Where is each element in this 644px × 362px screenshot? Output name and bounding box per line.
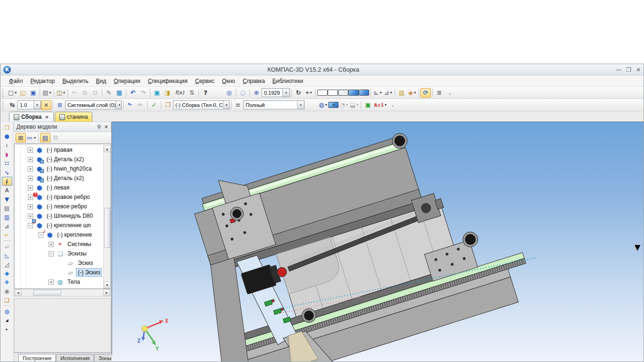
local-part[interactable]: ❏	[2, 296, 12, 304]
vertical-scroll-thumb[interactable]	[104, 208, 110, 248]
sketch-mode[interactable]: ▨	[396, 88, 407, 98]
toolbar-button[interactable]	[161, 101, 161, 109]
tree-item[interactable]: − (-) крепление	[15, 230, 103, 239]
tab-overflow-icon[interactable]: ▼	[635, 243, 640, 252]
layer-combo[interactable]: Системный слой (0)	[65, 100, 122, 109]
model-view[interactable]: X Y Z	[112, 122, 644, 362]
minimize-button[interactable]: —	[616, 66, 621, 73]
toolbar-button[interactable]	[212, 88, 222, 98]
toolbar-button[interactable]	[305, 100, 316, 110]
expand-toggle[interactable]	[59, 261, 64, 266]
offset-plane[interactable]: ▱	[2, 242, 12, 251]
scroll-up-icon[interactable]: ▲	[104, 145, 111, 152]
panel-corner[interactable]: ◢	[2, 316, 12, 325]
view-hidden-thin[interactable]	[338, 90, 348, 96]
tree-item[interactable]: + (-) левое ребро	[15, 202, 103, 211]
menu-item[interactable]: Спецификация	[144, 76, 191, 86]
toolbar-button[interactable]	[53, 101, 53, 109]
copy[interactable]: ⧉	[80, 88, 90, 98]
undo[interactable]: ↶	[128, 88, 138, 98]
angle-plane[interactable]: ◺	[2, 251, 12, 260]
compact-button[interactable]	[3, 305, 11, 306]
spec-editor[interactable]: ▦	[114, 88, 124, 98]
expand-toggle[interactable]: +	[28, 185, 33, 190]
tree-item[interactable]: (-) Эскиз	[15, 268, 103, 277]
coordinate-triad[interactable]: X Y Z	[137, 318, 169, 352]
tree-composition[interactable]: ▤	[40, 133, 50, 142]
tree-section-view[interactable]: ≔	[26, 133, 37, 142]
toolbar-button[interactable]	[67, 89, 68, 97]
expand-toggle[interactable]: +	[28, 176, 33, 181]
sketch-placement[interactable]: ⬑	[125, 100, 135, 110]
toolbar-button[interactable]	[231, 101, 231, 109]
zoom-area[interactable]: ◌	[238, 88, 248, 98]
document-tab[interactable]: станина	[55, 112, 93, 122]
structure-display[interactable]: ≡	[233, 100, 243, 110]
panel-more[interactable]: ▸	[2, 325, 12, 334]
tree-item[interactable]: + Системы	[15, 239, 103, 249]
expand-toggle[interactable]: +	[28, 157, 33, 162]
menu-item[interactable]: Редактор	[27, 76, 59, 86]
expand-toggle[interactable]: +	[49, 280, 54, 285]
menu-item[interactable]: Выделить	[58, 76, 92, 86]
expand-toggle[interactable]: +	[28, 214, 33, 219]
mate[interactable]: ◗	[2, 150, 12, 159]
tree-structure-view[interactable]: ⊞	[16, 133, 26, 142]
layers[interactable]: ≣	[55, 100, 65, 110]
hide-elements[interactable]: ⊿	[383, 88, 393, 98]
tree-item[interactable]: − Эскизы	[15, 249, 103, 258]
normal-plane[interactable]: ◆	[2, 269, 12, 278]
tolerance-dimension[interactable]: A±1	[373, 100, 388, 110]
detail-level-combo[interactable]: Полный	[243, 100, 305, 109]
operations-3d[interactable]: ◈	[407, 88, 417, 98]
toolbar-button[interactable]	[102, 89, 102, 97]
toolbar-button[interactable]	[123, 101, 124, 109]
variables[interactable]: f(x)	[173, 88, 187, 98]
section-display[interactable]: ⬓	[349, 100, 359, 110]
surface[interactable]: ❖	[2, 278, 12, 287]
snaps[interactable]: ⨯	[41, 100, 51, 110]
toolbar-button[interactable]	[361, 101, 361, 109]
document-properties[interactable]: ◨	[162, 88, 173, 98]
tree-item[interactable]: + (-) правая	[15, 145, 103, 155]
pin-icon[interactable]: ⚲	[97, 124, 101, 130]
horizontal-scroll-thumb[interactable]	[33, 290, 61, 296]
redo[interactable]: ↷	[138, 88, 149, 98]
menu-item[interactable]: Окно	[218, 76, 239, 86]
tree-mode-tab[interactable]: Построение	[18, 354, 56, 362]
new-document[interactable]: ▢	[7, 88, 17, 98]
toolbar-button[interactable]	[198, 89, 199, 97]
document-tab[interactable]: Сборка ✕	[9, 112, 54, 122]
zoom-scale-combo[interactable]: 0.1929	[262, 88, 290, 97]
expand-toggle[interactable]: −	[49, 251, 54, 256]
expand-toggle[interactable]	[59, 270, 64, 275]
window-layout[interactable]: ▣	[152, 88, 162, 98]
change-component[interactable]: ❒	[163, 100, 173, 110]
scroll-down-icon[interactable]: ▼	[104, 281, 111, 288]
toolbar-button[interactable]	[371, 89, 371, 97]
view-hidden-removed[interactable]	[328, 90, 338, 96]
spline-3d[interactable]: ≀	[2, 141, 12, 150]
expand-toggle[interactable]: +	[28, 148, 33, 153]
tree-vertical-scrollbar[interactable]: ▲ ▼	[103, 145, 110, 288]
tab-close-icon[interactable]: ✕	[45, 115, 49, 120]
shaded-display[interactable]	[328, 102, 339, 108]
toolbar-button[interactable]	[150, 89, 150, 97]
tree-mode-tab[interactable]: Исполнения	[56, 354, 94, 362]
toolbar-button[interactable]	[432, 89, 433, 97]
expand-toggle[interactable]: +	[28, 166, 33, 172]
toolbar-button[interactable]	[249, 89, 250, 97]
menu-item[interactable]: Операции	[110, 76, 144, 86]
tree-item[interactable]: + (-) правое ребро	[15, 192, 103, 202]
array-components[interactable]: ∷	[2, 159, 12, 168]
copy-properties[interactable]: ✎	[104, 88, 114, 98]
edit-component[interactable]: ❒	[2, 123, 12, 132]
toolbar-button[interactable]	[40, 89, 40, 97]
check-intersections[interactable]: ⊿	[2, 222, 12, 230]
toolbar-button[interactable]	[419, 89, 419, 97]
quick-dimension[interactable]: ⊾	[372, 88, 383, 98]
measure[interactable]: A	[2, 186, 12, 195]
menu-item[interactable]: Справка	[239, 76, 269, 86]
compact-button[interactable]	[3, 240, 11, 241]
open-document[interactable]: ◱	[17, 88, 28, 98]
